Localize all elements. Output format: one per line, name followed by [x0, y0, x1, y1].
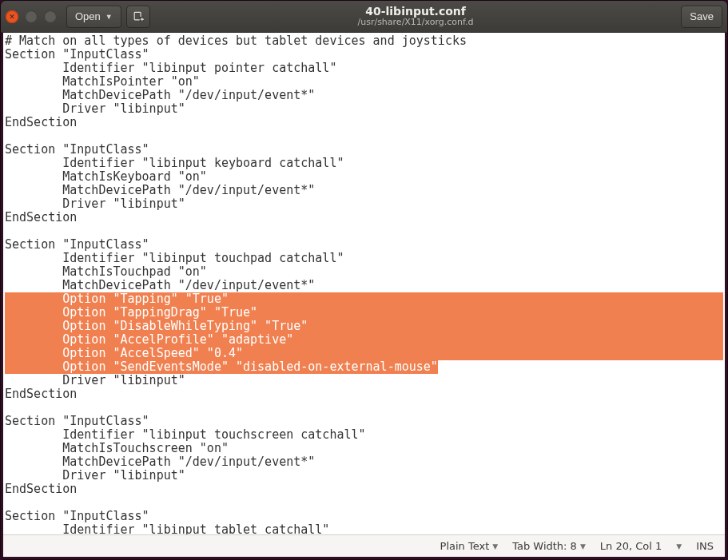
- code-line[interactable]: Identifier "libinput pointer catchall": [5, 62, 723, 75]
- code-line[interactable]: MatchIsKeyboard "on": [5, 170, 723, 184]
- cursor-position-display[interactable]: Ln 20, Col 1: [600, 540, 662, 552]
- code-line[interactable]: Option "SendEventsMode" "disabled-on-ext…: [5, 360, 723, 374]
- tab-width-label: Tab Width: 8: [512, 540, 577, 552]
- chevron-down-icon: ▼: [580, 542, 586, 550]
- code-line[interactable]: EndSection: [5, 387, 723, 401]
- code-line[interactable]: EndSection: [5, 483, 723, 496]
- editor-area[interactable]: # Match on all types of devices but tabl…: [3, 33, 725, 534]
- insert-mode-indicator[interactable]: INS: [696, 540, 714, 552]
- statusbar: Plain Text ▼ Tab Width: 8 ▼ Ln 20, Col 1…: [3, 534, 725, 557]
- code-line[interactable]: MatchDevicePath "/dev/input/event*": [5, 455, 723, 469]
- code-line[interactable]: Section "InputClass": [5, 48, 723, 62]
- code-line[interactable]: Identifier "libinput touchscreen catchal…: [5, 428, 723, 442]
- code-line[interactable]: MatchIsTouchpad "on": [5, 265, 723, 279]
- window-close-button[interactable]: ✕: [6, 10, 18, 23]
- code-line[interactable]: Driver "libinput": [5, 197, 723, 211]
- code-line[interactable]: # Match on all types of devices but tabl…: [5, 34, 723, 48]
- code-line[interactable]: Option "Tapping" "True": [5, 292, 723, 306]
- cursor-position-label: Ln 20, Col 1: [600, 540, 662, 552]
- code-line[interactable]: EndSection: [5, 211, 723, 224]
- open-button-label: Open: [75, 10, 101, 22]
- code-line[interactable]: [5, 401, 723, 415]
- code-line[interactable]: Section "InputClass": [5, 510, 723, 523]
- window-maximize-button[interactable]: [44, 10, 57, 23]
- code-line[interactable]: Option "AccelProfile" "adaptive": [5, 333, 723, 347]
- code-line[interactable]: Identifier "libinput keyboard catchall": [5, 157, 723, 170]
- save-button-label: Save: [690, 10, 714, 22]
- window-controls: ✕: [6, 10, 57, 23]
- code-line[interactable]: [5, 224, 723, 238]
- document-path: /usr/share/X11/xorg.conf.d: [155, 18, 677, 27]
- code-line[interactable]: Identifier "libinput tablet catchall": [5, 523, 723, 534]
- code-line[interactable]: MatchDevicePath "/dev/input/event*": [5, 184, 723, 197]
- code-line[interactable]: Option "DisableWhileTyping" "True": [5, 320, 723, 333]
- new-document-icon: [133, 11, 144, 22]
- code-line[interactable]: Driver "libinput": [5, 469, 723, 483]
- code-line[interactable]: MatchDevicePath "/dev/input/event*": [5, 279, 723, 292]
- open-button[interactable]: Open ▼: [66, 6, 121, 28]
- code-line[interactable]: Driver "libinput": [5, 374, 723, 387]
- code-line[interactable]: [5, 496, 723, 510]
- code-content[interactable]: # Match on all types of devices but tabl…: [3, 33, 725, 534]
- syntax-mode-dropdown[interactable]: Plain Text ▼: [440, 540, 499, 552]
- chevron-down-icon: ▼: [105, 13, 113, 21]
- code-line[interactable]: EndSection: [5, 116, 723, 129]
- tab-width-dropdown[interactable]: Tab Width: 8 ▼: [512, 540, 586, 552]
- document-title: 40-libinput.conf: [155, 6, 677, 18]
- window-minimize-button[interactable]: [25, 10, 38, 23]
- chevron-down-icon[interactable]: ▼: [676, 542, 682, 550]
- code-line[interactable]: Section "InputClass": [5, 238, 723, 252]
- headerbar: ✕ Open ▼ 40-libinput.conf /usr/share/X11…: [1, 1, 727, 33]
- title-area: 40-libinput.conf /usr/share/X11/xorg.con…: [155, 6, 677, 26]
- code-line[interactable]: Option "TappingDrag" "True": [5, 306, 723, 320]
- code-line[interactable]: Identifier "libinput touchpad catchall": [5, 252, 723, 265]
- code-line[interactable]: [5, 129, 723, 143]
- code-line[interactable]: MatchIsTouchscreen "on": [5, 442, 723, 455]
- code-line[interactable]: Option "AccelSpeed" "0.4": [5, 347, 723, 360]
- save-button[interactable]: Save: [681, 6, 722, 28]
- code-line[interactable]: Section "InputClass": [5, 415, 723, 428]
- syntax-mode-label: Plain Text: [440, 540, 490, 552]
- code-line[interactable]: MatchDevicePath "/dev/input/event*": [5, 89, 723, 102]
- code-line[interactable]: MatchIsPointer "on": [5, 75, 723, 89]
- code-line[interactable]: Driver "libinput": [5, 102, 723, 116]
- code-line[interactable]: Section "InputClass": [5, 143, 723, 157]
- new-tab-button[interactable]: [126, 6, 150, 28]
- chevron-down-icon: ▼: [492, 542, 498, 550]
